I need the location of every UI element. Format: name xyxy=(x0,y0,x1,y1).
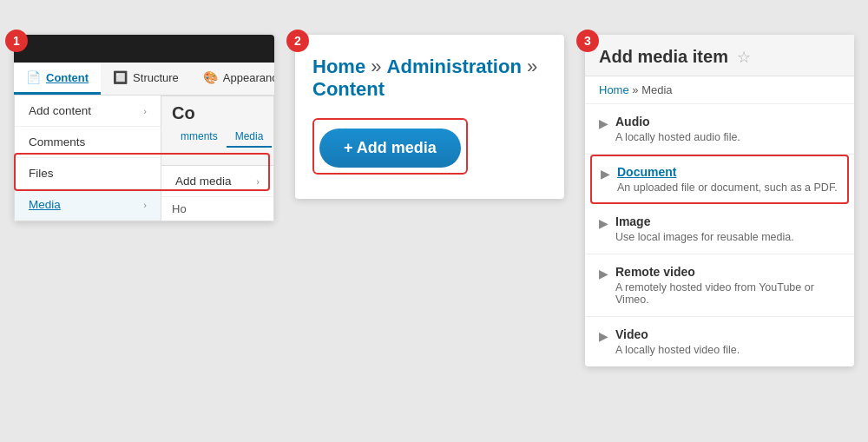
ho-breadcrumb: Ho xyxy=(161,197,273,221)
panel3-breadcrumb: Home » Media xyxy=(585,76,854,104)
document-title[interactable]: Document xyxy=(617,165,838,179)
content-title: Co xyxy=(172,103,263,123)
media-item-video: ▶ Video A locally hosted video file. xyxy=(585,317,854,366)
panel3-header: Add media item ☆ xyxy=(585,35,854,76)
remote-video-icon: ▶ xyxy=(599,267,608,280)
menu-item-media[interactable]: Media › xyxy=(15,189,161,221)
add-content-label: Add content xyxy=(29,104,91,117)
submenu-add-media[interactable]: Add media › xyxy=(161,166,273,197)
appearance-icon: 🎨 xyxy=(203,70,218,84)
step-badge-3: 3 xyxy=(576,30,599,52)
add-content-arrow: › xyxy=(143,106,147,116)
content-dropdown: Add content › Comments Files Media › xyxy=(14,96,161,221)
menu-item-comments[interactable]: Comments xyxy=(15,127,161,158)
image-icon: ▶ xyxy=(599,216,608,230)
tab-structure-label: Structure xyxy=(133,71,179,84)
remote-video-title[interactable]: Remote video xyxy=(615,265,840,279)
media-submenu: Co mments Media Add media › Ho xyxy=(161,96,274,221)
files-label: Files xyxy=(29,167,54,180)
tab-appearance-label: Appearance xyxy=(223,71,274,84)
breadcrumb-content: Content xyxy=(312,78,385,100)
media-item-document-wrapper: ▶ Document An uploaded file or document,… xyxy=(590,155,849,204)
document-content: Document An uploaded file or document, s… xyxy=(617,165,838,194)
breadcrumb-media-text: Media xyxy=(641,83,672,96)
image-content: Image Use local images for reusable medi… xyxy=(615,214,794,243)
tab-structure[interactable]: 🔲 Structure xyxy=(101,63,191,95)
video-title[interactable]: Video xyxy=(615,327,740,341)
tab-comments[interactable]: mments xyxy=(172,127,227,148)
add-media-button[interactable]: + Add media xyxy=(319,129,461,168)
video-desc: A locally hosted video file. xyxy=(615,344,740,356)
tab-media[interactable]: Media xyxy=(227,127,273,148)
tab-content-label: Content xyxy=(46,71,89,84)
panel1-content-menu: 📄 Content 🔲 Structure 🎨 Appearance 🔌 Ext… xyxy=(14,35,274,221)
video-icon: ▶ xyxy=(599,329,608,343)
breadcrumb-admin: Administration xyxy=(387,56,522,77)
comments-label: Comments xyxy=(29,135,85,148)
content-icon: 📄 xyxy=(26,70,41,84)
remote-video-content: Remote video A remotely hosted video fro… xyxy=(615,265,840,306)
tab-content[interactable]: 📄 Content xyxy=(14,63,101,95)
audio-icon: ▶ xyxy=(599,116,608,130)
content-tabs: mments Media xyxy=(172,127,263,148)
panel3-title: Add media item xyxy=(599,47,728,67)
media-item-audio: ▶ Audio A locally hosted audio file. xyxy=(585,104,854,155)
add-media-button-container: + Add media xyxy=(312,118,468,175)
image-title[interactable]: Image xyxy=(615,214,794,228)
breadcrumb-home-link[interactable]: Home xyxy=(599,83,629,96)
tab-appearance[interactable]: 🎨 Appearance xyxy=(191,63,274,95)
image-desc: Use local images for reusable media. xyxy=(615,231,794,243)
audio-content: Audio A locally hosted audio file. xyxy=(615,115,740,143)
breadcrumb-home: Home xyxy=(312,56,365,77)
panel3-add-media-item: Add media item ☆ Home » Media ▶ Audio A … xyxy=(585,35,854,366)
content-preview: Co mments Media xyxy=(161,96,273,166)
breadcrumb-sep1: » xyxy=(371,56,386,77)
add-media-arrow: › xyxy=(256,176,260,187)
step-badge-2: 2 xyxy=(286,30,309,52)
document-icon: ▶ xyxy=(601,167,610,181)
menu-item-files[interactable]: Files xyxy=(15,158,161,189)
media-arrow: › xyxy=(143,200,147,210)
audio-desc: A locally hosted audio file. xyxy=(615,131,740,143)
step-badge-1: 1 xyxy=(5,30,28,52)
breadcrumb-heading: Home » Administration » Content xyxy=(312,56,547,101)
structure-icon: 🔲 xyxy=(113,70,128,84)
media-label: Media xyxy=(29,198,61,211)
media-item-remote-video: ▶ Remote video A remotely hosted video f… xyxy=(585,254,854,317)
admin-bar xyxy=(14,35,274,63)
media-item-image: ▶ Image Use local images for reusable me… xyxy=(585,204,854,254)
media-item-document: ▶ Document An uploaded file or document,… xyxy=(592,156,847,202)
breadcrumb-sep2: » xyxy=(527,56,537,77)
menu-bar: 📄 Content 🔲 Structure 🎨 Appearance 🔌 Ext… xyxy=(14,63,274,96)
remote-video-desc: A remotely hosted video from YouTube or … xyxy=(615,281,840,306)
panel2-breadcrumb: Home » Administration » Content + Add me… xyxy=(295,35,564,199)
audio-title[interactable]: Audio xyxy=(615,115,740,129)
add-media-label: Add media xyxy=(175,175,232,188)
breadcrumb-sep: » xyxy=(632,83,641,96)
star-icon[interactable]: ☆ xyxy=(737,48,751,67)
menu-item-add-content[interactable]: Add content › xyxy=(15,96,161,127)
document-desc: An uploaded file or document, such as a … xyxy=(617,181,838,194)
video-content: Video A locally hosted video file. xyxy=(615,327,740,356)
